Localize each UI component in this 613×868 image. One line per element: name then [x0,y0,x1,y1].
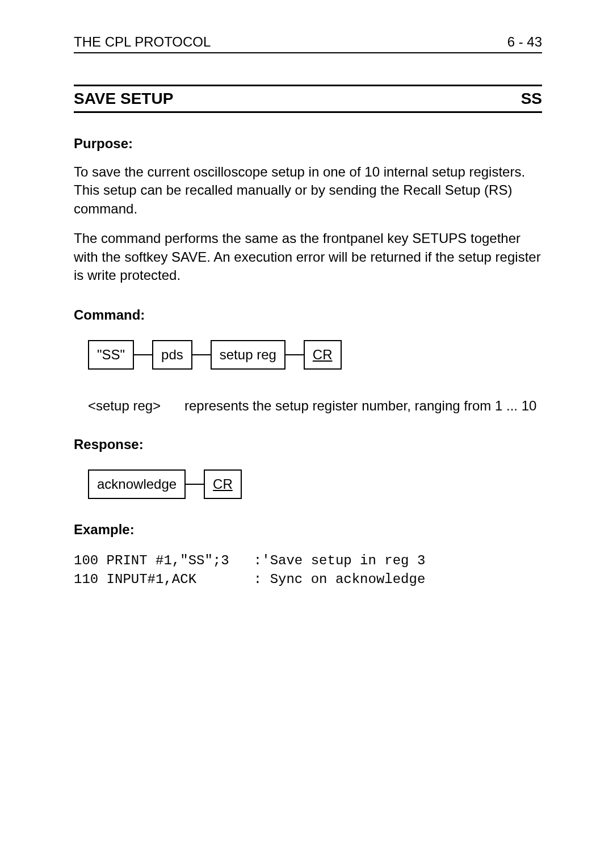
page-header: THE CPL PROTOCOL 6 - 43 [74,34,542,53]
purpose-paragraph-2: The command performs the same as the fro… [74,229,542,284]
example-code: 100 PRINT #1,"SS";3 :'Save setup in reg … [74,552,542,589]
parameter-label: <setup reg> [88,398,184,414]
parameter-row: <setup reg> represents the setup registe… [88,398,542,414]
command-syntax-diagram: "SS" pds setup reg CR [88,340,542,370]
syntax-box-ss: "SS" [88,340,134,370]
connector-line [285,354,304,355]
section-title: SAVE SETUP SS [74,85,542,113]
syntax-box-acknowledge: acknowledge [88,469,186,499]
parameter-description: represents the setup register number, ra… [184,398,536,414]
response-syntax-diagram: acknowledge CR [88,469,542,499]
section-title-left: SAVE SETUP [74,90,173,108]
purpose-paragraph-1: To save the current oscilloscope setup i… [74,163,542,218]
connector-line [186,484,204,485]
example-heading: Example: [74,522,542,538]
command-heading: Command: [74,307,542,323]
purpose-heading: Purpose: [74,136,542,152]
connector-line [134,354,152,355]
cr-text: CR [213,476,233,492]
cr-text: CR [313,347,333,362]
syntax-box-cr: CR [304,340,342,370]
syntax-box-cr: CR [204,469,242,499]
connector-line [192,354,211,355]
syntax-box-setup-reg: setup reg [211,340,285,370]
header-right: 6 - 43 [507,34,542,50]
response-heading: Response: [74,437,542,452]
section-title-right: SS [521,90,542,108]
document-page: THE CPL PROTOCOL 6 - 43 SAVE SETUP SS Pu… [0,0,613,868]
syntax-box-pds: pds [152,340,192,370]
header-left: THE CPL PROTOCOL [74,34,211,50]
